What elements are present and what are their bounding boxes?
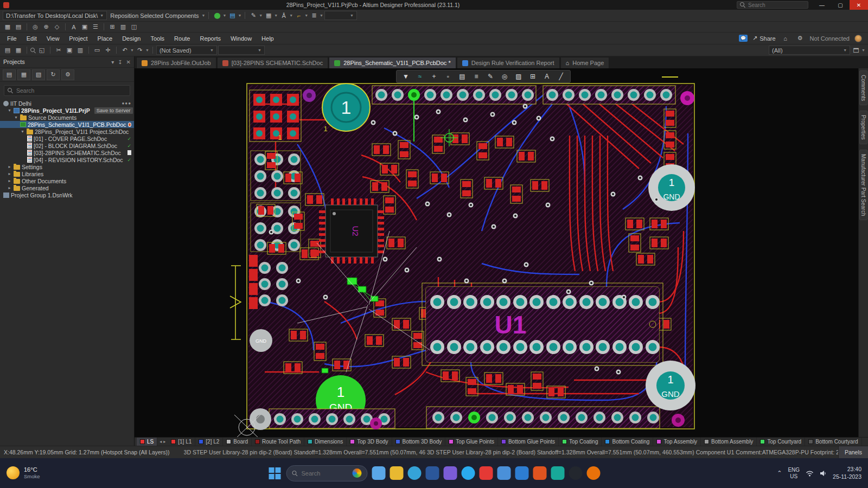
menu-help[interactable]: Help — [257, 33, 278, 44]
projects-search[interactable] — [4, 85, 130, 96]
language-switcher[interactable]: ENG US — [788, 467, 800, 480]
layer-tab-l2[interactable]: [2] L2 — [195, 438, 223, 446]
tab-outjob[interactable]: 28Pins JobFile.OutJob — [136, 57, 216, 68]
panel-icon[interactable]: ▤ — [456, 71, 468, 82]
chevron-down-icon[interactable]: ▼ — [202, 14, 206, 17]
tree-item-settings[interactable]: ▸ Settings — [0, 163, 134, 170]
add-document-icon[interactable]: ▧ — [32, 69, 45, 80]
tab-comments[interactable]: Comments — [859, 70, 867, 105]
chevron-down-icon[interactable]: ▼ — [274, 14, 278, 17]
open-icon[interactable]: ▤ — [3, 46, 12, 55]
zoom-icon[interactable] — [30, 48, 36, 53]
chevron-down-icon[interactable]: ▼ — [289, 14, 293, 17]
pcb-header-top-left[interactable] — [372, 86, 536, 104]
tab-home-page[interactable]: ⌂ Home Page — [560, 57, 610, 68]
more-icon[interactable]: ●●● — [122, 101, 132, 106]
layer-tab-dimensions[interactable]: Dimensions — [304, 438, 347, 446]
union-icon[interactable]: ◫ — [129, 23, 139, 31]
polygon-icon[interactable]: ▨ — [513, 71, 525, 82]
layer-tab-top-assembly[interactable]: Top Assembly — [653, 438, 701, 446]
tree-item-28pins-schematic[interactable]: [03]-28PINS SCHEMATIC.SchDoc — [0, 149, 134, 156]
select-rect-icon[interactable]: ▭ — [92, 46, 102, 55]
refresh-icon[interactable]: ⬤ — [212, 11, 222, 20]
task-view-icon[interactable] — [372, 466, 386, 480]
gnd-pad-right[interactable]: 1 GND — [648, 164, 695, 211]
refresh-icon[interactable]: ↻ — [47, 69, 60, 80]
layer-tab-bottom-courtyard[interactable]: Bottom Courtyard — [805, 438, 861, 446]
array-icon[interactable]: ▣ — [80, 23, 90, 31]
tab-manufacturer-part-search[interactable]: Manufacturer Part Search — [859, 150, 867, 221]
target-icon[interactable]: ◎ — [499, 71, 510, 82]
track-icon[interactable]: ◇ — [52, 23, 62, 31]
tab-schematic[interactable]: [03]-28PINS SCHEMATIC.SchDoc — [217, 57, 329, 68]
altium-app-icon[interactable] — [533, 466, 547, 480]
filter-icon[interactable]: ▼ — [400, 71, 412, 82]
menu-project[interactable]: Project — [65, 33, 92, 44]
gnd-pad-bottom-right[interactable]: 1 GND — [646, 361, 695, 410]
expand-icon[interactable]: ▾ — [20, 129, 25, 134]
discord-icon[interactable] — [444, 466, 457, 480]
grid-settings-icon[interactable]: ⊞ — [107, 23, 117, 31]
volume-icon[interactable] — [820, 470, 827, 477]
save-to-server-badge[interactable]: Save to Server — [94, 107, 133, 114]
fit-view-icon[interactable]: ◱ — [37, 46, 47, 55]
chevron-down-icon[interactable]: ▼ — [130, 48, 134, 52]
pcb-canvas[interactable]: U2 — [135, 68, 858, 437]
menu-reports[interactable]: Reports — [195, 33, 225, 44]
quick-filter-combo[interactable]: ▼ — [324, 11, 357, 20]
tree-item-libraries[interactable]: ▸ Libraries — [0, 170, 134, 177]
expand-icon[interactable]: ▸ — [7, 171, 12, 176]
teal-app-icon[interactable] — [551, 466, 565, 480]
cut-icon[interactable]: ✂ — [54, 46, 63, 55]
pad-icon[interactable]: ▫ — [442, 71, 454, 82]
chevron-down-icon[interactable]: ▼ — [861, 48, 865, 52]
menu-view[interactable]: View — [42, 33, 64, 44]
gnd-pad-left[interactable]: GND — [250, 329, 272, 352]
file-explorer-icon[interactable] — [390, 466, 404, 480]
save-project-icon[interactable]: ▤ — [3, 69, 16, 80]
clock[interactable]: 23:40 25-11-2023 — [833, 466, 861, 480]
tree-item-project[interactable]: ▾ 28Pins_Project_V1I1.PrjP Save to Serve… — [0, 107, 134, 114]
expand-icon[interactable]: ▾ — [7, 108, 12, 113]
telegram-icon[interactable] — [462, 466, 475, 480]
close-icon[interactable]: ✕ — [126, 59, 131, 65]
chevron-down-icon[interactable]: ▼ — [222, 14, 226, 17]
edge-icon[interactable] — [408, 466, 422, 480]
expand-icon[interactable]: ▾ — [14, 115, 18, 120]
redo-icon[interactable]: ↷ — [135, 46, 145, 55]
expand-icon[interactable]: ▸ — [7, 178, 12, 183]
tab-drc-report[interactable]: Design Rule Verification Report — [457, 57, 560, 68]
share-button[interactable]: ↗Share — [752, 35, 776, 42]
tree-item-pcbdoc[interactable]: 28Pins_Schematic_V1I1_PCB.PcbDoc — [0, 121, 134, 128]
taskbar-search[interactable] — [286, 465, 368, 481]
layer-tab-bottom-3d-body[interactable]: Bottom 3D Body — [392, 438, 446, 446]
layer-tab-l1[interactable]: [1] L1 — [168, 438, 195, 446]
start-button[interactable] — [268, 466, 282, 480]
avatar[interactable] — [854, 35, 862, 42]
menu-route[interactable]: Route — [170, 33, 194, 44]
panels-button[interactable]: Panels — [838, 446, 868, 459]
list-icon[interactable]: ≡ — [470, 71, 482, 82]
component-u1[interactable]: U1 — [422, 283, 663, 365]
layer-tab-top-coating[interactable]: Top Coating — [559, 438, 602, 446]
titlebar-search[interactable] — [737, 1, 808, 9]
tree-item-source-documents[interactable]: ▾ Source Documents — [0, 114, 134, 121]
mail-icon[interactable] — [497, 466, 511, 480]
undo-icon[interactable]: ↶ — [120, 46, 130, 55]
path-dropdown[interactable]: D:\Transfer To Desktop\Local Disk\ ▼ — [3, 11, 107, 20]
sheet-icon[interactable]: ▤ — [14, 23, 23, 31]
layer-scroll-arrows[interactable]: ◂▸ — [157, 439, 168, 444]
layer-tab-bottom-assembly[interactable]: Bottom Assembly — [701, 438, 757, 446]
menu-design[interactable]: Design — [118, 33, 145, 44]
move-icon[interactable]: ✛ — [103, 46, 113, 55]
grid-icon[interactable]: ▦ — [264, 11, 273, 20]
chevron-down-icon[interactable]: ▼ — [238, 14, 241, 17]
line-icon[interactable]: ╱ — [555, 71, 567, 82]
mounting-pad-top[interactable]: 1 — [322, 84, 370, 131]
pencil-icon[interactable]: ✎ — [248, 11, 258, 20]
weather-widget[interactable]: 16°C Smoke — [7, 466, 40, 480]
save-icon[interactable]: ▦ — [14, 46, 23, 55]
document-icon[interactable]: ▤ — [227, 11, 237, 20]
text-tool-icon[interactable]: A — [69, 23, 79, 31]
panel-settings-gear-icon[interactable]: ⚙ — [61, 69, 74, 80]
